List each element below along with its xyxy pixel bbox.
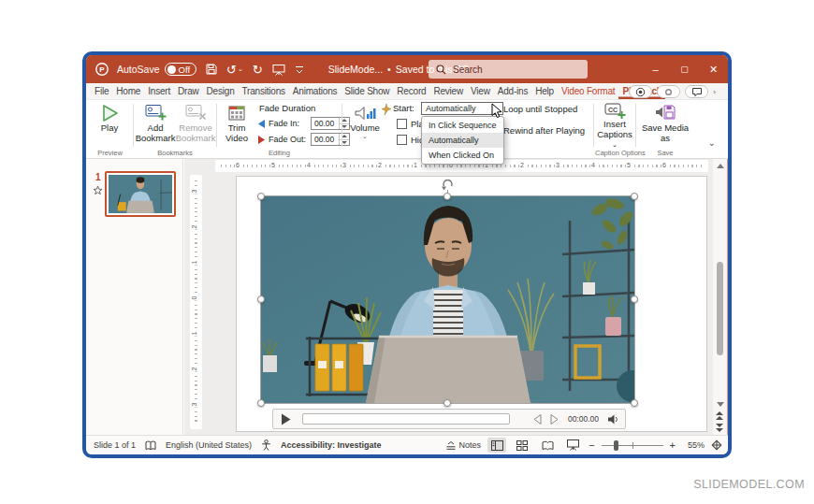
selection-handle[interactable]	[443, 193, 451, 200]
zoom-slider[interactable]	[602, 440, 663, 451]
video-object[interactable]	[261, 196, 634, 403]
checkbox-icon	[397, 119, 407, 129]
slide-canvas[interactable]: 00:00.00	[236, 176, 707, 432]
tab-home[interactable]: Home	[112, 83, 144, 99]
tab-review[interactable]: Review	[429, 83, 467, 99]
close-button[interactable]: ✕	[699, 55, 728, 83]
workspace: 1 6543210123456	[86, 159, 728, 435]
fit-slide-to-window-icon[interactable]	[711, 439, 722, 451]
dropdown-option-in-click-sequence[interactable]: In Click Sequence	[422, 118, 503, 133]
slide-thumbnail-panel: 1	[86, 159, 183, 435]
dropdown-option-automatically[interactable]: Automatically	[422, 133, 503, 148]
selection-handle[interactable]	[257, 193, 265, 200]
slide-thumbnail[interactable]	[105, 171, 176, 217]
slide-number: 1	[95, 172, 101, 182]
group-label-preview: Preview	[88, 149, 132, 157]
ruler-number: 3	[555, 162, 560, 168]
slide-show-button[interactable]	[563, 438, 582, 453]
animation-star-icon	[94, 186, 102, 194]
frame-back-button[interactable]	[532, 414, 542, 425]
ruler-number: 6	[235, 162, 240, 168]
save-media-as-button[interactable]: Save Media as	[637, 102, 693, 147]
selection-handle[interactable]	[443, 399, 451, 407]
comments-button[interactable]	[685, 85, 708, 98]
reading-view-button[interactable]	[538, 438, 557, 453]
tab-insert[interactable]: Insert	[144, 83, 174, 99]
tab-add-ins[interactable]: Add-ins	[494, 83, 532, 99]
frame-forward-button[interactable]	[550, 414, 560, 425]
media-play-button[interactable]	[281, 413, 291, 425]
chevron-down-icon: ⌄	[362, 134, 368, 139]
add-bookmark-icon	[145, 102, 167, 123]
undo-icon[interactable]: ↺⌄	[226, 64, 243, 76]
mouse-cursor	[491, 103, 503, 120]
zoom-level[interactable]: 55%	[682, 440, 705, 450]
tab-animations[interactable]: Animations	[289, 83, 341, 99]
scroll-down-arrow[interactable]	[717, 402, 724, 407]
page: P AutoSave Off ↺⌄ ↻ SlideMode... • Saved…	[0, 0, 814, 504]
add-bookmark-button[interactable]: Add Bookmark	[136, 102, 175, 147]
slide-sorter-view-button[interactable]	[513, 438, 531, 453]
media-volume-button[interactable]	[607, 414, 618, 425]
tab-design[interactable]: Design	[203, 83, 239, 99]
media-progress-bar[interactable]	[302, 413, 510, 425]
status-bar-right: Notes − + 55%	[445, 436, 722, 454]
autosave-toggle[interactable]: Off	[165, 63, 197, 76]
zoom-out-button[interactable]: −	[589, 439, 594, 451]
copilot-button[interactable]	[657, 85, 680, 98]
watermark: SLIDEMODEL.COM	[693, 478, 805, 491]
vertical-scrollbar[interactable]	[713, 159, 727, 435]
redo-icon[interactable]: ↻	[253, 64, 263, 76]
zoom-slider-thumb[interactable]	[614, 440, 618, 451]
search-input[interactable]: Search	[429, 60, 588, 79]
minimize-button[interactable]: –	[641, 55, 670, 83]
spellcheck-book-icon[interactable]	[145, 440, 156, 451]
selection-handle[interactable]	[631, 295, 638, 303]
tab-record[interactable]: Record	[393, 83, 429, 99]
tab-draw[interactable]: Draw	[174, 83, 203, 99]
tab-video-format[interactable]: Video Format	[558, 83, 618, 99]
insert-captions-button[interactable]: CC Insert Captions ⌄	[595, 102, 634, 147]
tab-help[interactable]: Help	[531, 83, 558, 99]
fade-duration-label: Fade Duration	[259, 103, 315, 113]
previous-slide-button[interactable]	[716, 411, 723, 420]
scroll-up-arrow[interactable]	[717, 164, 724, 168]
search-icon	[436, 65, 446, 75]
volume-button[interactable]: Volume ⌄	[347, 102, 383, 147]
collapse-ribbon-icon[interactable]: ⌄	[708, 137, 716, 148]
present-icon[interactable]	[272, 64, 285, 76]
customize-toolbar-icon[interactable]	[295, 65, 304, 75]
accessibility-status[interactable]: Accessibility: Investigate	[281, 440, 382, 450]
ruler-number: 4	[590, 162, 596, 168]
media-right-controls: 00:00.00	[532, 414, 618, 425]
trim-video-button[interactable]: Trim Video	[219, 102, 254, 147]
normal-view-button[interactable]	[487, 438, 506, 453]
language-indicator[interactable]: English (United States)	[166, 440, 252, 450]
tab-transitions[interactable]: Transitions	[239, 83, 289, 99]
record-button[interactable]	[629, 85, 652, 98]
dropdown-option-when-clicked-on[interactable]: When Clicked On	[422, 148, 503, 163]
selection-handle[interactable]	[257, 295, 265, 303]
scrollbar-thumb[interactable]	[717, 262, 723, 355]
selection-handle[interactable]	[257, 399, 265, 407]
notes-button[interactable]: Notes	[445, 440, 482, 451]
save-icon[interactable]	[206, 64, 217, 75]
tab-view[interactable]: View	[467, 83, 494, 99]
more-chevron-icon[interactable]: ›	[713, 88, 716, 96]
remove-bookmark-icon	[185, 102, 207, 123]
slide-indicator[interactable]: Slide 1 of 1	[94, 440, 136, 450]
ruler-number: 4	[306, 162, 312, 168]
tab-bar-buttons: ›	[629, 84, 716, 99]
ruler-number: 2	[377, 162, 383, 168]
selection-handle[interactable]	[631, 399, 638, 407]
zoom-in-button[interactable]: +	[670, 439, 676, 451]
tab-file[interactable]: File	[91, 83, 112, 99]
status-bar: Slide 1 of 1 English (United States) Acc…	[86, 435, 728, 454]
trim-video-icon	[227, 102, 246, 123]
tab-slide-show[interactable]: Slide Show	[341, 83, 393, 99]
selection-handle[interactable]	[631, 193, 638, 200]
play-button[interactable]: Play	[91, 102, 128, 147]
next-slide-button[interactable]	[716, 424, 723, 432]
maximize-button[interactable]: ▢	[670, 55, 699, 83]
ruler-number: 1	[191, 331, 197, 337]
